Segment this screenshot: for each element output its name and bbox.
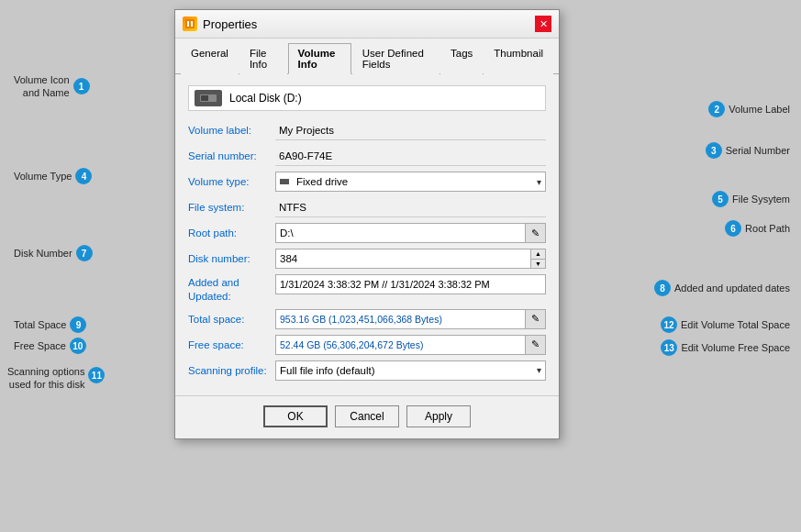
spin-down-button[interactable]: ▼	[531, 260, 545, 269]
disk-number-value: 384	[276, 251, 530, 266]
svg-rect-4	[201, 95, 208, 101]
tab-bar: General File Info Volume Info User Defin…	[175, 39, 559, 74]
annotation-badge-2: 2	[708, 101, 725, 117]
annotation-2: 2 Volume Label	[708, 101, 790, 117]
annotation-6: 6 Root Path	[725, 220, 790, 237]
disk-number-row: Disk number: 384 ▲ ▼	[188, 249, 546, 269]
disk-number-spinner[interactable]: ▲ ▼	[530, 249, 545, 268]
file-system-row: File system: NTFS	[188, 197, 546, 217]
file-system-value: NTFS	[275, 197, 546, 217]
annotation-3: 3 Serial Number	[706, 142, 790, 159]
total-space-row: Total space: 953.16 GB (1,023,451,066,36…	[188, 309, 546, 329]
root-path-row: Root path: D:\ ✎	[188, 223, 546, 243]
title-content: Properties	[183, 17, 257, 31]
annotation-badge-7: 7	[76, 245, 93, 261]
annotation-badge-9: 9	[70, 316, 86, 333]
disk-number-field: 384 ▲ ▼	[275, 249, 546, 269]
annotation-label-12: Edit Volume Total Space	[681, 319, 790, 330]
annotation-label-4: Volume Type	[14, 171, 72, 182]
annotation-12: 12 Edit Volume Total Space	[661, 316, 790, 333]
tab-tags[interactable]: Tags	[440, 43, 483, 74]
annotation-11: Scanning optionsused for this disk 11	[7, 365, 105, 392]
volume-type-text: Fixed drive	[280, 176, 537, 187]
serial-label: Serial number:	[188, 150, 275, 161]
annotation-label-13: Edit Volume Free Space	[681, 342, 790, 353]
annotation-badge-6: 6	[725, 220, 741, 237]
added-updated-row: Added and Updated: 1/31/2024 3:38:32 PM …	[188, 274, 546, 304]
svg-rect-2	[191, 21, 193, 27]
free-space-row: Free space: 52.44 GB (56,306,204,672 Byt…	[188, 335, 546, 355]
annotation-10: Free Space 10	[14, 338, 86, 354]
ok-button[interactable]: OK	[263, 405, 328, 427]
volume-label-row: Volume label: My Projects	[188, 120, 546, 140]
dialog-footer: OK Cancel Apply	[175, 395, 559, 438]
cancel-button[interactable]: Cancel	[335, 405, 399, 427]
apply-button[interactable]: Apply	[406, 405, 471, 427]
annotation-badge-8: 8	[654, 280, 671, 296]
volume-label-value: My Projects	[275, 120, 546, 140]
tab-volumeinfo[interactable]: Volume Info	[288, 43, 351, 74]
annotation-badge-1: 1	[73, 78, 90, 94]
annotation-label-1: Volume Iconand Name	[14, 73, 70, 100]
annotation-13: 13 Edit Volume Free Space	[661, 339, 790, 356]
annotation-badge-4: 4	[75, 168, 92, 184]
tab-userdefined[interactable]: User Defined Fields	[352, 43, 439, 74]
total-space-label: Total space:	[188, 314, 275, 325]
root-path-value: D:\	[276, 226, 525, 240]
volume-type-dropdown[interactable]: Fixed drive ▾	[275, 172, 546, 192]
annotation-label-7: Disk Number	[14, 248, 72, 259]
dialog-content: Local Disk (D:) Volume label: My Project…	[175, 74, 559, 395]
volume-icon	[195, 90, 222, 106]
annotation-label-3: Serial Number	[726, 145, 790, 156]
tab-fileinfo[interactable]: File Info	[239, 43, 287, 74]
free-space-label: Free space:	[188, 339, 275, 350]
annotation-label-5: File Sysytem	[732, 194, 790, 205]
annotation-4: Volume Type 4	[14, 168, 92, 184]
scan-profile-label: Scanning profile:	[188, 365, 275, 376]
free-space-edit-button[interactable]: ✎	[525, 336, 545, 354]
svg-rect-0	[185, 19, 195, 28]
properties-dialog: Properties ✕ General File Info Volume In…	[174, 9, 560, 439]
annotation-badge-13: 13	[661, 339, 677, 356]
annotation-label-9: Total Space	[14, 319, 66, 330]
total-space-field: 953.16 GB (1,023,451,066,368 Bytes) ✎	[275, 309, 546, 329]
disk-number-label: Disk number:	[188, 253, 275, 264]
tab-general[interactable]: General	[181, 43, 239, 74]
added-label: Added and Updated:	[188, 274, 275, 304]
volume-label-label: Volume label:	[188, 125, 275, 136]
annotation-badge-5: 5	[712, 191, 729, 207]
volume-type-arrow: ▾	[537, 177, 541, 187]
total-space-value: 953.16 GB (1,023,451,066,368 Bytes)	[276, 312, 525, 327]
dialog-icon	[183, 17, 197, 31]
free-space-value: 52.44 GB (56,306,204,672 Bytes)	[276, 338, 525, 352]
added-value: 1/31/2024 3:38:32 PM // 1/31/2024 3:38:3…	[275, 274, 546, 294]
volume-type-row: Volume type: Fixed drive ▾	[188, 172, 546, 192]
annotation-label-2: Volume Label	[729, 104, 790, 115]
tab-thumbnail[interactable]: Thumbnail	[484, 43, 553, 74]
annotation-label-11: Scanning optionsused for this disk	[7, 365, 84, 392]
scan-profile-arrow: ▾	[537, 365, 541, 375]
annotation-9: Total Space 9	[14, 316, 86, 333]
annotation-1: Volume Iconand Name 1	[14, 73, 90, 100]
title-bar: Properties ✕	[175, 10, 559, 39]
close-button[interactable]: ✕	[535, 16, 551, 32]
annotation-label-6: Root Path	[745, 223, 790, 234]
annotation-badge-12: 12	[661, 316, 677, 333]
scan-profile-row: Scanning profile: Full file info (defaul…	[188, 360, 546, 381]
root-path-label: Root path:	[188, 227, 275, 238]
volume-type-label: Volume type:	[188, 176, 275, 187]
volume-header: Local Disk (D:)	[188, 85, 546, 111]
annotation-label-8: Added and updated dates	[674, 283, 790, 294]
annotation-label-10: Free Space	[14, 340, 66, 351]
svg-rect-1	[187, 21, 189, 27]
annotation-7: Disk Number 7	[14, 245, 93, 261]
free-space-field: 52.44 GB (56,306,204,672 Bytes) ✎	[275, 335, 546, 355]
root-path-edit-button[interactable]: ✎	[525, 224, 545, 242]
annotation-badge-10: 10	[70, 338, 86, 354]
serial-value: 6A90-F74E	[275, 146, 546, 166]
scan-profile-text: Full file info (default)	[280, 365, 537, 376]
scan-profile-dropdown[interactable]: Full file info (default) ▾	[275, 360, 546, 381]
total-space-edit-button[interactable]: ✎	[525, 310, 545, 328]
spin-up-button[interactable]: ▲	[531, 249, 545, 260]
annotation-badge-3: 3	[706, 142, 722, 159]
